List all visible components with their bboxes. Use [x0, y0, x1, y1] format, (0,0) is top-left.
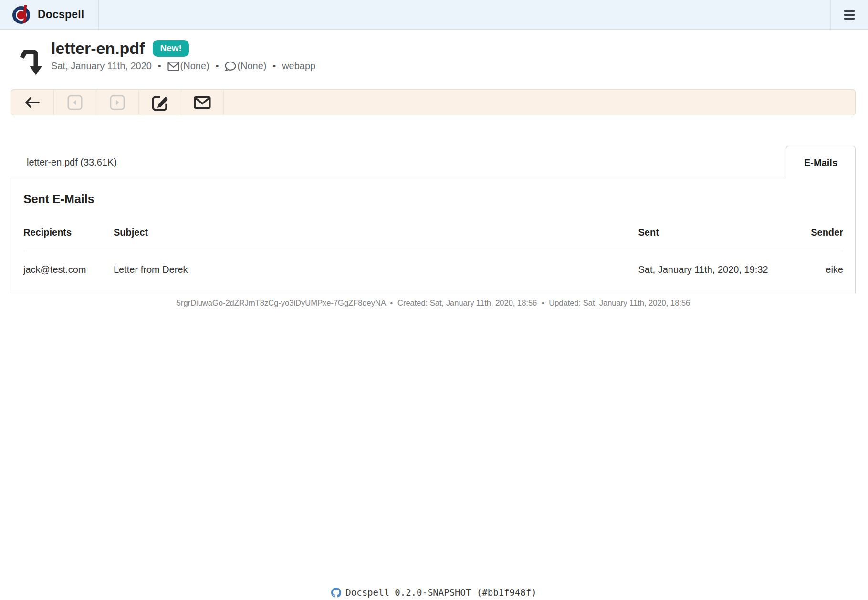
main-content: letter-en.pdf New! Sat, January 11th, 20… [0, 30, 868, 587]
caret-square-left-icon [67, 95, 83, 110]
separator-dot: • [542, 299, 544, 307]
table-header-row: Recipients Subject Sent Sender [23, 223, 843, 251]
back-button[interactable] [11, 90, 54, 115]
correspondent-field: (None) [167, 61, 209, 72]
cell-sender: eike [778, 251, 843, 293]
hamburger-icon [844, 10, 855, 20]
tab-emails[interactable]: E-Mails [786, 146, 856, 179]
item-title: letter-en.pdf [51, 40, 145, 57]
top-navbar: Docspell [0, 0, 868, 30]
sent-emails-heading: Sent E-Mails [23, 192, 843, 206]
source-value: webapp [282, 61, 315, 72]
tab-bar: letter-en.pdf (33.61K) E-Mails [11, 146, 856, 179]
updated-timestamp: Updated: Sat, January 11th, 2020, 18:56 [549, 299, 690, 307]
level-down-arrow-icon [19, 45, 42, 82]
table-row[interactable]: jack@test.com Letter from Derek Sat, Jan… [23, 251, 843, 293]
navbar-spacer [99, 0, 830, 29]
cell-recipients: jack@test.com [23, 251, 114, 293]
concerning-value: (None) [237, 61, 266, 72]
separator-dot: • [216, 61, 219, 72]
item-meta-line: 5rgrDiuwaGo-2dZRJmT8zCg-yo3iDyUMPxe-7GgZ… [11, 299, 856, 308]
tab-attachment[interactable]: letter-en.pdf (33.61K) [11, 157, 117, 168]
separator-dot: • [272, 61, 276, 72]
item-subheader: Sat, January 11th, 2020 • (None) • [51, 61, 315, 72]
cell-subject: Letter from Derek [114, 251, 638, 293]
mail-icon [194, 96, 211, 109]
menu-button[interactable] [830, 0, 868, 29]
item-date: Sat, January 11th, 2020 [51, 61, 152, 72]
prev-item-button[interactable] [54, 90, 96, 115]
arrow-left-icon [24, 96, 41, 109]
item-header: letter-en.pdf New! Sat, January 11th, 20… [11, 30, 856, 82]
app-footer: Docspell 0.2.0-SNAPSHOT (#bb1f948f) [0, 587, 868, 600]
edit-icon [151, 93, 169, 112]
created-timestamp: Created: Sat, January 11th, 2020, 18:56 [397, 299, 537, 307]
github-icon [331, 588, 341, 598]
new-badge: New! [153, 40, 188, 57]
edit-item-button[interactable] [139, 90, 181, 115]
column-sender: Sender [778, 223, 843, 251]
separator-dot: • [390, 299, 393, 307]
column-sent: Sent [638, 223, 778, 251]
column-recipients: Recipients [23, 223, 114, 251]
brand-title: Docspell [38, 8, 84, 21]
sent-emails-panel: Sent E-Mails Recipients Subject Sent Sen… [11, 179, 856, 293]
comment-icon [225, 61, 236, 71]
envelope-icon [167, 62, 179, 71]
sent-emails-table: Recipients Subject Sent Sender jack@test… [23, 223, 843, 293]
separator-dot: • [158, 61, 161, 72]
item-title-block: letter-en.pdf New! Sat, January 11th, 20… [51, 40, 315, 82]
caret-square-right-icon [110, 95, 125, 110]
item-toolbar [11, 89, 856, 115]
brand-home-link[interactable]: Docspell [0, 0, 99, 29]
correspondent-value: (None) [180, 61, 209, 72]
next-item-button[interactable] [96, 90, 139, 115]
concerning-field: (None) [225, 61, 266, 72]
cell-sent: Sat, January 11th, 2020, 19:32 [638, 251, 778, 293]
github-link[interactable] [331, 588, 341, 598]
column-subject: Subject [114, 223, 638, 251]
docspell-logo-icon [12, 5, 31, 24]
item-id: 5rgrDiuwaGo-2dZRJmT8zCg-yo3iDyUMPxe-7GgZ… [177, 299, 386, 307]
version-text: Docspell 0.2.0-SNAPSHOT (#bb1f948f) [345, 587, 536, 598]
send-mail-button[interactable] [181, 90, 224, 115]
